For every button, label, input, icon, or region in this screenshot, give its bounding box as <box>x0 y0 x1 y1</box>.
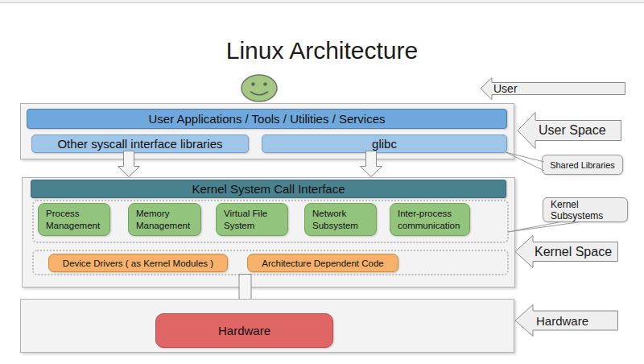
hardware-arrow-label: Hardware <box>536 304 588 337</box>
window-top-edge <box>0 0 644 3</box>
subsystem-box-memory: Memory Management <box>128 203 201 236</box>
kernel-subsystems-callout: Kernel Subsystems <box>543 197 628 222</box>
kernel-space-arrow: Kernel Space <box>515 235 618 268</box>
smiley-face-icon <box>241 74 278 102</box>
user-arrow-label: User <box>493 77 518 100</box>
driver-box-arch-code: Architecture Dependent Code <box>247 254 398 272</box>
kernel-space-arrow-label: Kernel Space <box>535 235 612 268</box>
user-applications-bar: User Applications / Tools / Utilities / … <box>27 109 507 129</box>
user-space-arrow: User Space <box>518 112 621 149</box>
user-space-arrow-label: User Space <box>539 112 606 149</box>
driver-box-device-drivers: Device Drivers ( as Kernel Modules ) <box>48 254 228 272</box>
glibc-box: glibc <box>262 134 507 153</box>
hardware-box: Hardware <box>155 313 333 348</box>
shared-libraries-callout: Shared Libraries <box>542 155 623 175</box>
other-syscall-libraries-box: Other syscall interface libraries <box>31 134 249 153</box>
kernel-syscall-interface-bar: Kernel System Call Interface <box>31 180 506 198</box>
hardware-arrow: Hardware <box>515 304 618 337</box>
page-title: Linux Architecture <box>0 37 644 64</box>
subsystem-box-process: Process Management <box>38 203 110 236</box>
subsystem-box-network: Network Subsystem <box>304 203 377 236</box>
user-arrow: User <box>481 77 625 100</box>
subsystem-box-vfs: Virtual File System <box>216 203 288 236</box>
subsystem-box-ipc: Inter-process communication <box>390 203 470 236</box>
